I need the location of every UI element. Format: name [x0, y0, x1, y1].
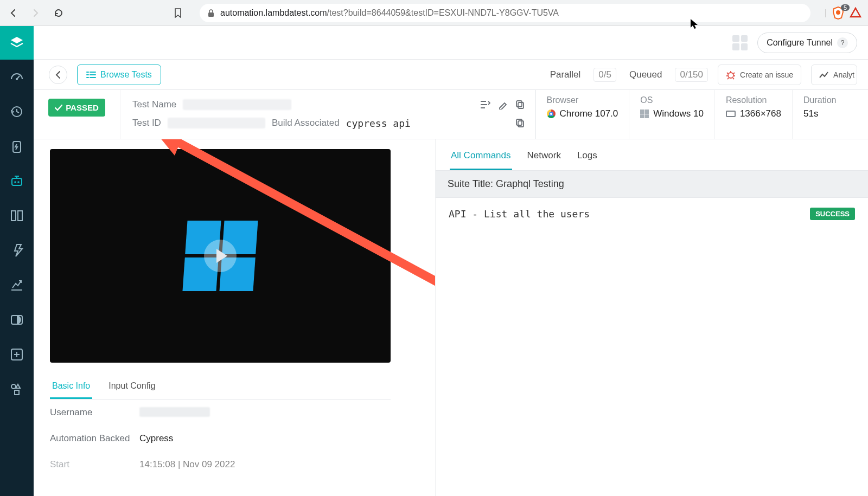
- status-badge: PASSED: [48, 99, 105, 117]
- url-text: automation.lambdatest.com/test?build=864…: [220, 8, 559, 18]
- trend-icon: [819, 71, 829, 79]
- tab-basic-info[interactable]: Basic Info: [50, 376, 92, 399]
- configure-tunnel-label: Configure Tunnel: [767, 38, 833, 48]
- svg-point-2: [16, 78, 18, 80]
- contrast-icon[interactable]: [0, 302, 34, 337]
- browse-tests-label: Browse Tests: [100, 70, 152, 80]
- svg-point-12: [11, 384, 16, 389]
- svg-point-6: [14, 181, 16, 183]
- chrome-icon: [547, 109, 556, 118]
- os-label: OS: [640, 95, 704, 105]
- back-nav-icon[interactable]: [7, 7, 20, 20]
- create-issue-label: Create an issue: [740, 70, 793, 79]
- shapes-icon[interactable]: [0, 372, 34, 407]
- browser-value: Chrome 107.0: [560, 108, 618, 119]
- info-tabs: Basic Info Input Config: [50, 376, 391, 400]
- backed-label: Automation Backed: [50, 433, 139, 444]
- start-label: Start: [50, 459, 139, 470]
- tab-input-config[interactable]: Input Config: [106, 376, 157, 399]
- history-icon[interactable]: [0, 94, 34, 129]
- svg-point-1: [836, 10, 840, 15]
- dashboard-icon[interactable]: [0, 60, 34, 94]
- svg-rect-15: [518, 102, 524, 108]
- resolution-value: 1366×768: [740, 108, 781, 119]
- shield-count-badge: 5: [841, 4, 850, 11]
- configure-tunnel-button[interactable]: Configure Tunnel ?: [757, 33, 857, 53]
- sub-header: Browse Tests Parallel 0/5 Queued 0/150 C…: [34, 60, 868, 90]
- copy-icon[interactable]: [515, 100, 525, 109]
- top-strip: Configure Tunnel ?: [34, 26, 868, 60]
- right-column: All Commands Network Logs Suite Title: G…: [435, 139, 868, 496]
- windows-icon: [640, 109, 649, 118]
- duration-value: 51s: [803, 108, 818, 119]
- list-icon: [86, 70, 96, 79]
- svg-rect-9: [18, 211, 22, 221]
- test-name-label: Test Name: [132, 99, 176, 110]
- backed-value: Cypress: [139, 433, 173, 444]
- parallel-value: 0/5: [593, 68, 616, 82]
- queued-label: Queued: [629, 69, 662, 80]
- mouse-cursor-icon: [690, 18, 699, 29]
- sort-icon[interactable]: [480, 100, 490, 109]
- svg-rect-18: [516, 119, 522, 125]
- brave-logo-icon[interactable]: [850, 7, 861, 19]
- build-assoc-value: cypress api: [346, 118, 411, 129]
- play-icon: [216, 249, 227, 263]
- browser-chrome: automation.lambdatest.com/test?build=864…: [0, 0, 868, 26]
- copy-id-icon[interactable]: [515, 118, 525, 128]
- play-button[interactable]: [204, 240, 237, 272]
- test-id-value-redacted: [168, 118, 265, 128]
- duration-label: Duration: [803, 95, 857, 105]
- address-bar[interactable]: automation.lambdatest.com/test?build=864…: [200, 4, 810, 22]
- back-button[interactable]: [49, 66, 67, 84]
- analytics-label: Analyt: [833, 70, 854, 79]
- reload-icon[interactable]: [52, 7, 65, 20]
- automation-icon[interactable]: [0, 164, 34, 198]
- create-issue-button[interactable]: Create an issue: [718, 65, 801, 85]
- command-tabs: All Commands Network Logs: [436, 139, 868, 171]
- edit-icon[interactable]: [498, 100, 508, 109]
- analytics-icon[interactable]: [0, 268, 34, 302]
- svg-point-14: [728, 73, 733, 78]
- svg-rect-5: [12, 178, 22, 185]
- test-name-value-redacted: [183, 99, 291, 110]
- forward-nav-icon[interactable]: [29, 7, 42, 20]
- success-badge: SUCCESS: [810, 208, 855, 220]
- command-row[interactable]: API - List all the users SUCCESS: [436, 198, 868, 230]
- analytics-button[interactable]: Analyt: [811, 65, 857, 85]
- brave-shield-icon[interactable]: 5: [832, 7, 844, 20]
- browser-label: Browser: [547, 95, 618, 105]
- lock-icon: [207, 9, 215, 17]
- browse-tests-button[interactable]: Browse Tests: [77, 65, 161, 85]
- video-preview[interactable]: [50, 149, 391, 363]
- bug-icon: [726, 70, 736, 80]
- build-assoc-label: Build Associated: [272, 118, 340, 128]
- svg-rect-16: [516, 101, 522, 107]
- performance-icon[interactable]: [0, 233, 34, 268]
- battery-icon[interactable]: [0, 129, 34, 164]
- username-label: Username: [50, 407, 139, 418]
- status-label: PASSED: [66, 103, 99, 112]
- monitor-icon: [726, 111, 736, 117]
- resolution-label: Resolution: [726, 95, 781, 105]
- os-value: Windows 10: [653, 108, 704, 119]
- bookmark-icon[interactable]: [171, 7, 184, 20]
- svg-rect-8: [11, 211, 16, 221]
- add-icon[interactable]: [0, 337, 34, 372]
- command-name: API - List all the users: [449, 208, 801, 220]
- parallel-label: Parallel: [550, 69, 581, 80]
- tab-all-commands[interactable]: All Commands: [450, 148, 512, 170]
- suite-title: Suite Title: Graphql Testing: [436, 171, 868, 198]
- svg-rect-17: [518, 121, 524, 127]
- svg-rect-0: [208, 12, 214, 17]
- username-value-redacted: [139, 407, 210, 417]
- grid-view-icon[interactable]: [732, 35, 748, 50]
- help-icon: ?: [837, 37, 848, 48]
- tab-network[interactable]: Network: [526, 148, 562, 170]
- compare-icon[interactable]: [0, 198, 34, 233]
- info-row: PASSED Test Name Test ID Build Associ: [34, 90, 868, 139]
- tab-logs[interactable]: Logs: [576, 148, 598, 170]
- main-area: Configure Tunnel ? Browse Tests Parallel…: [34, 26, 868, 496]
- lambdatest-logo-icon[interactable]: [0, 26, 34, 60]
- queued-value: 0/150: [675, 68, 708, 82]
